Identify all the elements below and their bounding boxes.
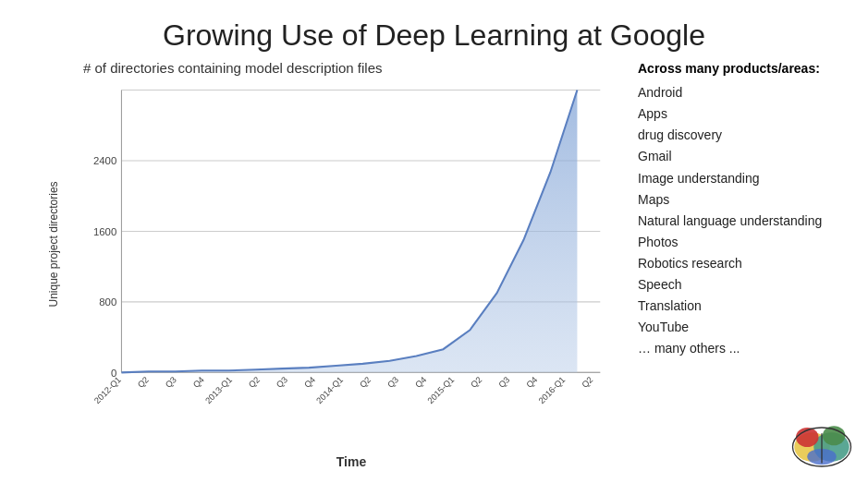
list-item: Android xyxy=(638,82,840,103)
svg-text:Q3: Q3 xyxy=(164,375,178,390)
svg-text:Q2: Q2 xyxy=(247,375,262,390)
slide: Growing Use of Deep Learning at Google #… xyxy=(0,0,868,483)
svg-text:2013-Q1: 2013-Q1 xyxy=(203,375,234,405)
content-area: # of directories containing model descri… xyxy=(28,60,840,455)
svg-text:Q2: Q2 xyxy=(469,375,483,390)
list-item: drug discovery xyxy=(638,125,840,146)
chart-section: # of directories containing model descri… xyxy=(28,60,619,455)
chart-subtitle: # of directories containing model descri… xyxy=(28,60,619,76)
chart-inner: 0 800 1600 2400 xyxy=(83,80,619,409)
svg-text:2400: 2400 xyxy=(93,155,116,166)
list-item: Natural language understanding xyxy=(638,211,840,232)
list-item: … many others ... xyxy=(638,338,840,359)
list-item: Maps xyxy=(638,189,840,211)
svg-text:2012-Q1: 2012-Q1 xyxy=(92,375,123,405)
main-title: Growing Use of Deep Learning at Google xyxy=(28,18,840,53)
svg-text:800: 800 xyxy=(99,296,116,308)
svg-text:Q3: Q3 xyxy=(275,375,289,390)
svg-text:Q2: Q2 xyxy=(581,375,595,390)
list-item: Gmail xyxy=(638,146,840,167)
brain-icon xyxy=(789,421,854,472)
list-item: Apps xyxy=(638,103,840,125)
svg-text:1600: 1600 xyxy=(93,226,116,237)
x-axis-label: Time xyxy=(83,454,619,469)
chart-svg: 0 800 1600 2400 xyxy=(83,80,619,409)
svg-text:2014-Q1: 2014-Q1 xyxy=(314,375,345,405)
list-item: YouTube xyxy=(638,317,840,338)
list-item: Image understanding xyxy=(638,168,840,189)
list-item: Translation xyxy=(638,296,840,317)
right-panel: Across many products/areas: Android Apps… xyxy=(619,60,840,455)
svg-text:Q4: Q4 xyxy=(413,375,428,390)
products-list: Android Apps drug discovery Gmail Image … xyxy=(638,82,840,359)
svg-text:Q3: Q3 xyxy=(385,375,400,390)
list-item: Robotics research xyxy=(638,253,840,274)
list-item: Speech xyxy=(638,274,840,296)
svg-text:Q4: Q4 xyxy=(525,375,540,390)
svg-text:2016-Q1: 2016-Q1 xyxy=(537,375,568,405)
y-axis-label: Unique project directories xyxy=(47,257,60,308)
svg-text:Q4: Q4 xyxy=(302,375,317,390)
svg-text:Q4: Q4 xyxy=(191,375,206,390)
svg-text:Q2: Q2 xyxy=(136,375,151,390)
svg-text:Q3: Q3 xyxy=(497,375,512,390)
svg-text:Q2: Q2 xyxy=(358,375,373,390)
list-item: Photos xyxy=(638,232,840,253)
chart-container: Unique project directories xyxy=(28,80,619,483)
products-header: Across many products/areas: xyxy=(638,60,840,77)
svg-text:2015-Q1: 2015-Q1 xyxy=(426,375,457,405)
